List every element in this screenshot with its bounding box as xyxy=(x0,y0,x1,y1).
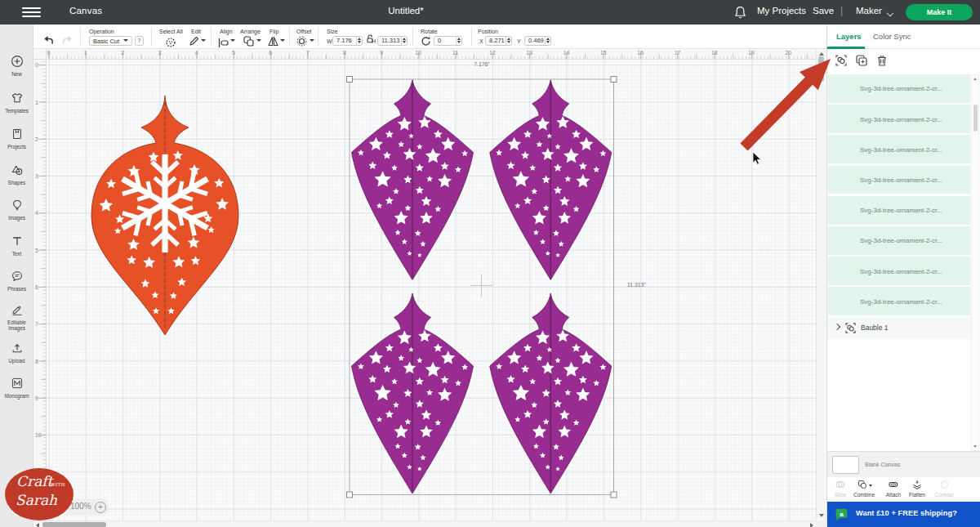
tool-attach-button[interactable]: Attach xyxy=(886,479,901,498)
width-value[interactable] xyxy=(333,37,356,46)
chevron-down-icon[interactable] xyxy=(310,39,314,42)
layer-row[interactable]: Svg-3d-tree-ornament-2-cr... xyxy=(828,226,970,255)
sidebar-item-templates[interactable]: Templates xyxy=(0,92,33,114)
sidebar-item-monogram[interactable]: Monogram xyxy=(0,377,33,399)
redo-icon[interactable] xyxy=(62,33,73,43)
sidebar-item-phrases[interactable]: Phrases xyxy=(0,270,33,292)
undo-icon[interactable] xyxy=(43,33,54,43)
chevron-down-icon[interactable] xyxy=(280,39,285,42)
tab-color-sync[interactable]: Color Sync xyxy=(873,32,911,41)
layer-row[interactable]: Svg-3d-tree-ornament-2-cr... xyxy=(828,196,970,225)
purple-ornament-1[interactable] xyxy=(352,80,474,280)
arrange-icon[interactable] xyxy=(243,35,254,46)
layer-row[interactable]: Svg-3d-tree-ornament-2-cr... xyxy=(828,287,970,315)
sidebar-item-editable[interactable]: Editable Images xyxy=(0,303,33,331)
my-projects-link[interactable]: My Projects xyxy=(757,6,806,16)
sidebar-item-projects[interactable]: Projects xyxy=(0,127,33,150)
layer-row[interactable]: Svg-3d-tree-ornament-2-cr... xyxy=(828,105,970,133)
sidebar-item-upload[interactable]: Upload xyxy=(0,342,33,364)
layer-group-row[interactable]: Bauble 1 xyxy=(827,317,971,339)
orange-ornament[interactable] xyxy=(91,96,238,335)
selection-height-label: 11.313" xyxy=(627,282,646,288)
offset-icon[interactable] xyxy=(296,35,307,46)
chevron-right-icon[interactable] xyxy=(834,324,840,330)
sidebar-item-shapes[interactable]: Shapes xyxy=(0,163,33,185)
scroll-up-icon[interactable] xyxy=(973,78,977,80)
edit-pencil-icon[interactable] xyxy=(189,35,199,46)
scrollbar-corner xyxy=(816,520,826,527)
y-value[interactable] xyxy=(525,37,545,46)
select-all-icon[interactable] xyxy=(166,36,176,46)
handle-bottom-right[interactable] xyxy=(611,492,617,498)
y-input[interactable] xyxy=(524,36,551,47)
menu-icon[interactable] xyxy=(22,7,41,18)
align-icon[interactable] xyxy=(218,36,229,45)
rotate-input[interactable] xyxy=(434,36,462,47)
x-value[interactable] xyxy=(486,37,506,46)
operation-help-button[interactable]: ? xyxy=(135,36,144,47)
canvas-horizontal-scrollbar[interactable] xyxy=(33,520,816,527)
purple-ornament-2[interactable] xyxy=(490,80,612,280)
layer-row[interactable]: Svg-3d-tree-ornament-2-cr... xyxy=(828,166,970,194)
toolbar-divider xyxy=(211,28,212,46)
canvas-vertical-scrollbar[interactable] xyxy=(816,49,826,520)
scrollbar-thumb[interactable] xyxy=(973,105,978,132)
height-value[interactable] xyxy=(378,37,401,46)
rotate-icon[interactable] xyxy=(421,35,431,46)
width-input[interactable] xyxy=(332,36,363,47)
zoom-in-button[interactable]: + xyxy=(95,502,106,513)
handle-bottom-left[interactable] xyxy=(347,492,353,498)
purple-ornament-3[interactable] xyxy=(352,293,474,494)
rotate-value[interactable] xyxy=(434,37,456,46)
scroll-left-icon[interactable] xyxy=(36,523,39,527)
width-stepper[interactable] xyxy=(356,37,362,46)
x-input[interactable] xyxy=(485,36,512,47)
sidebar-item-new[interactable]: New xyxy=(0,55,33,77)
scrollbar-thumb[interactable] xyxy=(818,56,824,82)
x-stepper[interactable] xyxy=(506,37,511,46)
tool-flatten-button[interactable]: Flatten xyxy=(909,479,925,498)
chevron-down-icon[interactable] xyxy=(201,39,206,42)
scroll-right-icon[interactable] xyxy=(810,523,813,527)
chevron-down-icon[interactable] xyxy=(230,39,235,42)
operation-select[interactable]: Basic Cut xyxy=(89,36,132,47)
sidebar-item-text[interactable]: Text xyxy=(0,234,33,257)
layer-row[interactable]: Svg-3d-tree-ornament-2-cr... xyxy=(828,257,970,285)
height-stepper[interactable] xyxy=(401,37,407,46)
toolbar-divider xyxy=(471,28,472,46)
purple-ornament-4[interactable] xyxy=(490,293,612,494)
document-title[interactable]: Untitled* xyxy=(388,6,423,16)
scroll-down-icon[interactable] xyxy=(819,514,824,517)
machine-select[interactable]: Maker xyxy=(856,6,882,16)
promo-banner[interactable]: a Want £10 + FREE shipping? xyxy=(827,502,980,527)
bell-icon[interactable] xyxy=(733,5,747,20)
handle-top-right[interactable] xyxy=(611,77,617,83)
y-label: Y xyxy=(517,38,521,44)
layer-label: Svg-3d-tree-ornament-2-cr... xyxy=(860,85,942,92)
height-input[interactable] xyxy=(377,36,408,47)
tool-combine-button[interactable]: Combine xyxy=(853,479,875,498)
header-canvas-label[interactable]: Canvas xyxy=(69,6,102,16)
canvas-color-swatch[interactable] xyxy=(832,456,859,474)
craft-with-sarah-logo: Craft WITH Sarah xyxy=(5,468,74,520)
panel-scrollbar[interactable] xyxy=(971,74,979,451)
layer-row[interactable]: Svg-3d-tree-ornament-2-cr... xyxy=(828,135,970,163)
layer-row[interactable]: Svg-3d-tree-ornament-2-cr... xyxy=(828,74,970,103)
duplicate-icon[interactable] xyxy=(856,55,867,66)
tool-slice-button[interactable]: Slice xyxy=(835,479,846,498)
trash-icon[interactable] xyxy=(876,55,888,66)
group-icon[interactable] xyxy=(835,55,847,66)
y-stepper[interactable] xyxy=(545,37,550,46)
flip-icon[interactable] xyxy=(268,35,278,46)
save-link[interactable]: Save xyxy=(813,6,834,16)
scroll-up-icon[interactable] xyxy=(819,52,824,56)
make-it-button[interactable]: Make It xyxy=(906,4,973,20)
chevron-down-icon[interactable] xyxy=(256,39,261,42)
sidebar-item-images[interactable]: Images xyxy=(0,199,33,221)
scrollbar-thumb[interactable] xyxy=(42,522,106,527)
handle-top-left[interactable] xyxy=(347,77,353,83)
tab-layers[interactable]: Layers xyxy=(836,32,862,41)
scroll-down-icon[interactable] xyxy=(973,445,977,448)
tool-contour-button[interactable]: Contour xyxy=(934,479,953,498)
rotate-stepper[interactable] xyxy=(456,37,461,46)
